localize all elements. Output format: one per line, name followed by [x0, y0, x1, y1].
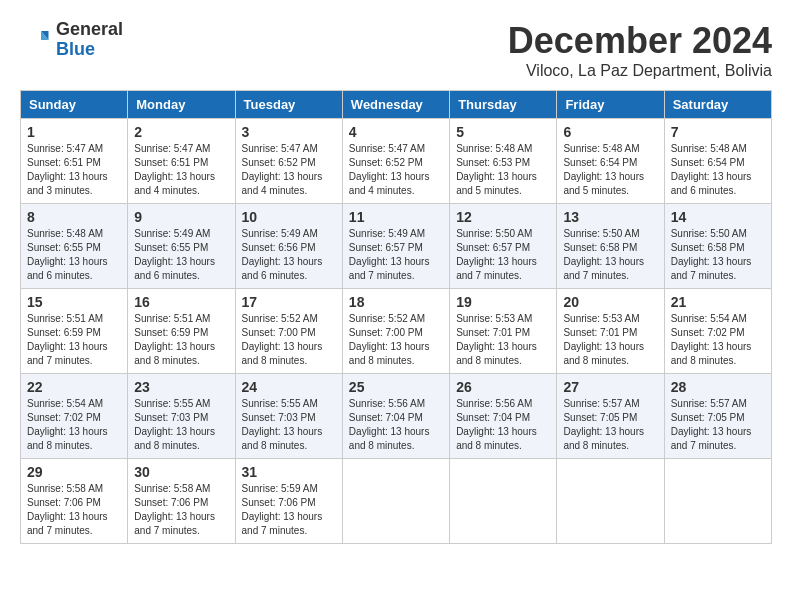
day-number: 23 [134, 379, 228, 395]
month-title: December 2024 [508, 20, 772, 62]
calendar-cell: 7 Sunrise: 5:48 AM Sunset: 6:54 PM Dayli… [664, 119, 771, 204]
logo-icon [20, 25, 50, 55]
calendar-cell: 29 Sunrise: 5:58 AM Sunset: 7:06 PM Dayl… [21, 459, 128, 544]
day-info: Sunrise: 5:50 AM Sunset: 6:57 PM Dayligh… [456, 227, 550, 283]
day-number: 4 [349, 124, 443, 140]
logo-text: General Blue [56, 20, 123, 60]
calendar-cell: 17 Sunrise: 5:52 AM Sunset: 7:00 PM Dayl… [235, 289, 342, 374]
day-number: 21 [671, 294, 765, 310]
day-info: Sunrise: 5:50 AM Sunset: 6:58 PM Dayligh… [671, 227, 765, 283]
day-info: Sunrise: 5:58 AM Sunset: 7:06 PM Dayligh… [27, 482, 121, 538]
day-number: 14 [671, 209, 765, 225]
weekday-header-wednesday: Wednesday [342, 91, 449, 119]
day-info: Sunrise: 5:54 AM Sunset: 7:02 PM Dayligh… [27, 397, 121, 453]
calendar-cell [450, 459, 557, 544]
title-block: December 2024 Viloco, La Paz Department,… [508, 20, 772, 80]
day-number: 9 [134, 209, 228, 225]
calendar-cell: 23 Sunrise: 5:55 AM Sunset: 7:03 PM Dayl… [128, 374, 235, 459]
day-info: Sunrise: 5:47 AM Sunset: 6:51 PM Dayligh… [134, 142, 228, 198]
logo-general-text: General [56, 20, 123, 40]
day-number: 16 [134, 294, 228, 310]
day-info: Sunrise: 5:53 AM Sunset: 7:01 PM Dayligh… [456, 312, 550, 368]
calendar-cell [557, 459, 664, 544]
calendar-cell: 31 Sunrise: 5:59 AM Sunset: 7:06 PM Dayl… [235, 459, 342, 544]
day-number: 19 [456, 294, 550, 310]
day-number: 7 [671, 124, 765, 140]
day-info: Sunrise: 5:48 AM Sunset: 6:54 PM Dayligh… [671, 142, 765, 198]
weekday-header-tuesday: Tuesday [235, 91, 342, 119]
day-info: Sunrise: 5:52 AM Sunset: 7:00 PM Dayligh… [242, 312, 336, 368]
calendar-week-row: 29 Sunrise: 5:58 AM Sunset: 7:06 PM Dayl… [21, 459, 772, 544]
logo: General Blue [20, 20, 123, 60]
day-info: Sunrise: 5:47 AM Sunset: 6:52 PM Dayligh… [349, 142, 443, 198]
calendar-cell: 15 Sunrise: 5:51 AM Sunset: 6:59 PM Dayl… [21, 289, 128, 374]
day-info: Sunrise: 5:49 AM Sunset: 6:56 PM Dayligh… [242, 227, 336, 283]
weekday-header-friday: Friday [557, 91, 664, 119]
calendar-cell [342, 459, 449, 544]
calendar-cell: 9 Sunrise: 5:49 AM Sunset: 6:55 PM Dayli… [128, 204, 235, 289]
weekday-header-row: SundayMondayTuesdayWednesdayThursdayFrid… [21, 91, 772, 119]
weekday-header-monday: Monday [128, 91, 235, 119]
location-text: Viloco, La Paz Department, Bolivia [508, 62, 772, 80]
day-number: 11 [349, 209, 443, 225]
day-number: 18 [349, 294, 443, 310]
calendar-cell: 19 Sunrise: 5:53 AM Sunset: 7:01 PM Dayl… [450, 289, 557, 374]
day-info: Sunrise: 5:47 AM Sunset: 6:52 PM Dayligh… [242, 142, 336, 198]
day-info: Sunrise: 5:48 AM Sunset: 6:54 PM Dayligh… [563, 142, 657, 198]
day-number: 27 [563, 379, 657, 395]
day-number: 1 [27, 124, 121, 140]
calendar-cell: 12 Sunrise: 5:50 AM Sunset: 6:57 PM Dayl… [450, 204, 557, 289]
calendar-cell: 21 Sunrise: 5:54 AM Sunset: 7:02 PM Dayl… [664, 289, 771, 374]
day-info: Sunrise: 5:51 AM Sunset: 6:59 PM Dayligh… [134, 312, 228, 368]
calendar-cell: 16 Sunrise: 5:51 AM Sunset: 6:59 PM Dayl… [128, 289, 235, 374]
day-info: Sunrise: 5:52 AM Sunset: 7:00 PM Dayligh… [349, 312, 443, 368]
day-number: 24 [242, 379, 336, 395]
page-header: General Blue December 2024 Viloco, La Pa… [20, 20, 772, 80]
day-info: Sunrise: 5:57 AM Sunset: 7:05 PM Dayligh… [563, 397, 657, 453]
day-number: 13 [563, 209, 657, 225]
day-number: 25 [349, 379, 443, 395]
day-number: 10 [242, 209, 336, 225]
calendar-cell: 11 Sunrise: 5:49 AM Sunset: 6:57 PM Dayl… [342, 204, 449, 289]
calendar-cell: 26 Sunrise: 5:56 AM Sunset: 7:04 PM Dayl… [450, 374, 557, 459]
weekday-header-thursday: Thursday [450, 91, 557, 119]
day-info: Sunrise: 5:59 AM Sunset: 7:06 PM Dayligh… [242, 482, 336, 538]
day-info: Sunrise: 5:58 AM Sunset: 7:06 PM Dayligh… [134, 482, 228, 538]
day-info: Sunrise: 5:55 AM Sunset: 7:03 PM Dayligh… [134, 397, 228, 453]
day-info: Sunrise: 5:48 AM Sunset: 6:55 PM Dayligh… [27, 227, 121, 283]
day-number: 26 [456, 379, 550, 395]
day-number: 6 [563, 124, 657, 140]
day-number: 3 [242, 124, 336, 140]
day-info: Sunrise: 5:56 AM Sunset: 7:04 PM Dayligh… [349, 397, 443, 453]
calendar-cell: 6 Sunrise: 5:48 AM Sunset: 6:54 PM Dayli… [557, 119, 664, 204]
calendar-cell: 1 Sunrise: 5:47 AM Sunset: 6:51 PM Dayli… [21, 119, 128, 204]
calendar-cell: 22 Sunrise: 5:54 AM Sunset: 7:02 PM Dayl… [21, 374, 128, 459]
calendar-cell: 10 Sunrise: 5:49 AM Sunset: 6:56 PM Dayl… [235, 204, 342, 289]
day-number: 20 [563, 294, 657, 310]
calendar-week-row: 1 Sunrise: 5:47 AM Sunset: 6:51 PM Dayli… [21, 119, 772, 204]
day-number: 8 [27, 209, 121, 225]
day-number: 12 [456, 209, 550, 225]
day-number: 22 [27, 379, 121, 395]
calendar-cell: 25 Sunrise: 5:56 AM Sunset: 7:04 PM Dayl… [342, 374, 449, 459]
weekday-header-sunday: Sunday [21, 91, 128, 119]
calendar-cell: 30 Sunrise: 5:58 AM Sunset: 7:06 PM Dayl… [128, 459, 235, 544]
calendar-cell: 5 Sunrise: 5:48 AM Sunset: 6:53 PM Dayli… [450, 119, 557, 204]
day-info: Sunrise: 5:51 AM Sunset: 6:59 PM Dayligh… [27, 312, 121, 368]
day-info: Sunrise: 5:49 AM Sunset: 6:57 PM Dayligh… [349, 227, 443, 283]
calendar-table: SundayMondayTuesdayWednesdayThursdayFrid… [20, 90, 772, 544]
day-number: 28 [671, 379, 765, 395]
calendar-week-row: 15 Sunrise: 5:51 AM Sunset: 6:59 PM Dayl… [21, 289, 772, 374]
day-number: 29 [27, 464, 121, 480]
calendar-cell: 14 Sunrise: 5:50 AM Sunset: 6:58 PM Dayl… [664, 204, 771, 289]
calendar-cell: 18 Sunrise: 5:52 AM Sunset: 7:00 PM Dayl… [342, 289, 449, 374]
calendar-week-row: 8 Sunrise: 5:48 AM Sunset: 6:55 PM Dayli… [21, 204, 772, 289]
logo-blue-text: Blue [56, 40, 123, 60]
weekday-header-saturday: Saturday [664, 91, 771, 119]
day-number: 2 [134, 124, 228, 140]
calendar-cell: 28 Sunrise: 5:57 AM Sunset: 7:05 PM Dayl… [664, 374, 771, 459]
calendar-cell: 24 Sunrise: 5:55 AM Sunset: 7:03 PM Dayl… [235, 374, 342, 459]
calendar-cell: 2 Sunrise: 5:47 AM Sunset: 6:51 PM Dayli… [128, 119, 235, 204]
day-number: 5 [456, 124, 550, 140]
day-info: Sunrise: 5:49 AM Sunset: 6:55 PM Dayligh… [134, 227, 228, 283]
